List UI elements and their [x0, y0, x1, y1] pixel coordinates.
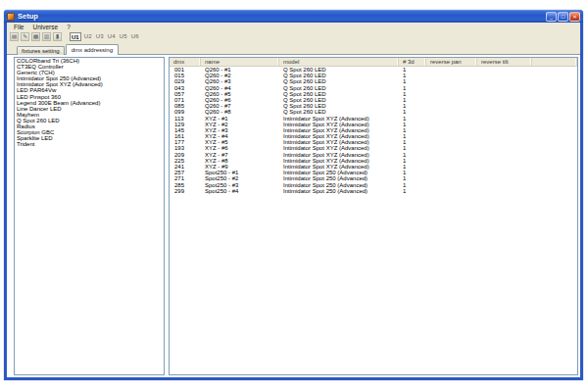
titlebar[interactable]: Setup _ □ × — [4, 10, 583, 23]
column-header-dmx[interactable]: dmx — [170, 58, 201, 66]
table-header: dmx name model # 3d reverse pan reverse … — [170, 58, 577, 67]
toolbar: ▤ ✎ ▦ ▥ ▮ U1 U2 U3 U4 U5 U6 — [7, 31, 580, 42]
menubar: File Universe ? — [7, 23, 580, 31]
app-icon — [7, 13, 15, 21]
toolbar-separator — [64, 36, 68, 37]
setup-window: Setup _ □ × File Universe ? ▤ ✎ ▦ ▥ ▮ U1… — [4, 10, 583, 380]
table-body: 001 Q260 - #1 Q Spot 260 LED 1 015 Q260 … — [170, 67, 577, 194]
floppy-icon[interactable]: ▦ — [31, 32, 40, 41]
window-controls: _ □ × — [546, 12, 580, 22]
universe-button-u5[interactable]: U5 — [119, 32, 128, 41]
cell-3d: 1 — [399, 188, 426, 194]
folder-icon[interactable]: ▥ — [42, 32, 51, 41]
dmx-addressing-page: COLORband Tri (36CH) CT3EQ Controller Ge… — [7, 54, 580, 377]
table-row[interactable]: 299 Spot250 - #4 Intimidator Spot 250 (A… — [170, 188, 577, 194]
menu-item[interactable]: File — [10, 23, 27, 31]
cell-reverse-tilt — [477, 188, 532, 194]
hand-icon[interactable]: ✎ — [21, 32, 29, 41]
maximize-button[interactable]: □ — [558, 12, 568, 22]
fixture-library-list[interactable]: COLORband Tri (36CH) CT3EQ Controller Ge… — [14, 57, 165, 375]
window-title: Setup — [18, 12, 546, 21]
cell-model: Intimidator Spot 250 (Advanced) — [279, 188, 399, 194]
minimize-button[interactable]: _ — [546, 12, 557, 22]
tabstrip: fixtures setting dmx addressing — [7, 42, 580, 54]
fixture-library-item[interactable]: Trident — [15, 141, 164, 147]
universe-button-u1[interactable]: U1 — [70, 32, 81, 41]
column-header-spacer — [532, 58, 577, 66]
cell-spacer — [532, 188, 577, 194]
magnet-icon[interactable]: ▮ — [53, 32, 62, 41]
menu-item[interactable]: ? — [63, 23, 74, 31]
tab-fixtures-setting[interactable]: fixtures setting — [17, 46, 65, 55]
menu-item[interactable]: Universe — [28, 23, 62, 31]
column-header-3d[interactable]: # 3d — [399, 58, 426, 66]
column-header-reverse-tilt[interactable]: reverse tilt — [477, 58, 532, 66]
universe-button-u2[interactable]: U2 — [83, 32, 93, 41]
tab-dmx-addressing[interactable]: dmx addressing — [66, 44, 119, 55]
column-header-model[interactable]: model — [279, 58, 399, 66]
close-button[interactable]: × — [569, 12, 580, 22]
cell-name: Spot250 - #4 — [201, 188, 279, 194]
universe-button-u4[interactable]: U4 — [107, 32, 117, 41]
desktop: Setup _ □ × File Universe ? ▤ ✎ ▦ ▥ ▮ U1… — [0, 0, 588, 392]
universe-button-u6[interactable]: U6 — [130, 32, 140, 41]
column-header-name[interactable]: name — [201, 58, 279, 66]
cell-dmx: 299 — [170, 188, 201, 194]
universe-button-u3[interactable]: U3 — [95, 32, 105, 41]
page-icon[interactable]: ▤ — [10, 32, 19, 41]
client-area: File Universe ? ▤ ✎ ▦ ▥ ▮ U1 U2 U3 U4 U5… — [7, 23, 580, 377]
cell-reverse-pan — [426, 188, 477, 194]
dmx-table: dmx name model # 3d reverse pan reverse … — [169, 57, 578, 375]
column-header-reverse-pan[interactable]: reverse pan — [426, 58, 477, 66]
